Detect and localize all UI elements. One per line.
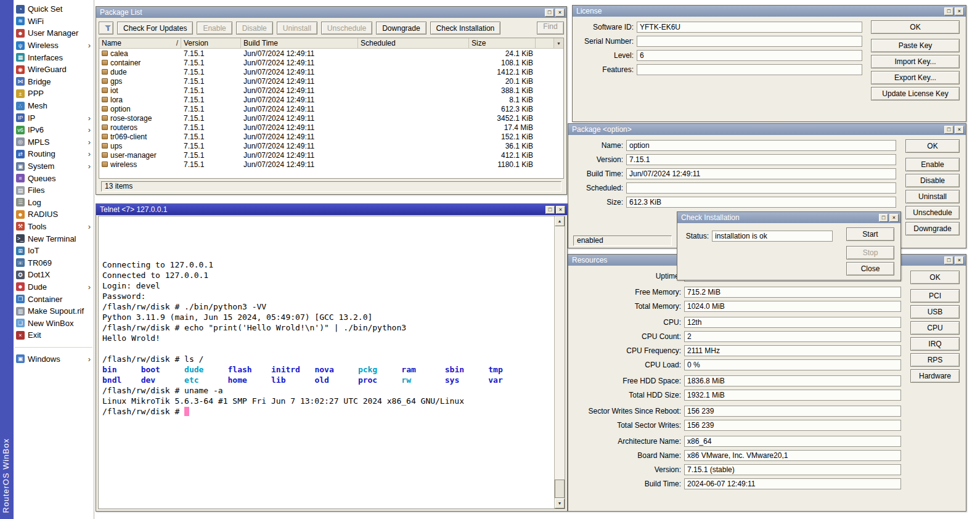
sidebar-item-log[interactable]: ☰Log [14,197,94,209]
enable-button[interactable]: Enable [905,158,960,171]
ok-button[interactable]: OK [905,139,960,153]
license-field-level[interactable]: 6 [637,50,862,61]
package-row[interactable]: dude7.15.1Jun/07/2024 12:49:111412.1 KiB [99,67,563,76]
sidebar-item-wireguard[interactable]: ◉WireGuard [14,63,94,76]
license-field-software-id[interactable]: YFTK-EK6U [637,22,862,33]
sidebar-item-system[interactable]: ▣System› [14,160,94,173]
sidebar-item-new-terminal[interactable]: >_New Terminal [14,232,94,245]
downgrade-button[interactable]: Downgrade [376,22,426,35]
sidebar-item-new-winbox[interactable]: ❏New WinBox [14,317,94,329]
maximize-icon[interactable]: □ [545,9,554,17]
sidebar-item-make-supout-rif[interactable]: ▥Make Supout.rif [14,305,94,317]
sidebar-item-routing[interactable]: ⇄Routing› [14,148,94,160]
column-header-version[interactable]: Version [181,38,241,49]
close-icon[interactable]: × [955,7,964,15]
close-icon[interactable]: × [955,126,964,134]
column-select-button[interactable]: ▼ [553,38,563,49]
license-titlebar[interactable]: License □ × [573,6,966,17]
package-row[interactable]: iot7.15.1Jun/07/2024 12:49:11388.1 KiB [99,86,563,95]
resources-field-version[interactable]: 7.15.1 (stable) [684,464,901,475]
package-row[interactable]: routeros7.15.1Jun/07/2024 12:49:1117.4 M… [99,123,563,132]
maximize-icon[interactable]: □ [944,256,953,264]
paste-key-button[interactable]: Paste Key [871,39,960,52]
package-row[interactable]: gps7.15.1Jun/07/2024 12:49:1120.1 KiB [99,76,563,86]
sidebar-item-mesh[interactable]: ∴Mesh [14,100,94,112]
sidebar-item-iot[interactable]: ⊞IoT [14,245,94,257]
sidebar-item-container[interactable]: ❒Container [14,293,94,305]
close-icon[interactable]: × [555,9,565,17]
package-row[interactable]: option7.15.1Jun/07/2024 12:49:11612.3 Ki… [99,104,563,113]
package-option-field-size[interactable]: 612.3 KiB [626,197,896,208]
column-header-scheduled[interactable]: Scheduled [358,38,469,49]
filter-button[interactable] [99,22,113,35]
maximize-icon[interactable]: □ [545,206,555,214]
resources-field-free-memory[interactable]: 715.2 MiB [684,287,901,298]
resources-field-total-sector-writes[interactable]: 156 239 [684,420,901,431]
export-key-button[interactable]: Export Key... [871,71,960,84]
sidebar-item-mpls[interactable]: ◎MPLS› [14,136,94,149]
uninstall-button[interactable]: Uninstall [905,190,960,203]
check-installation-button[interactable]: Check Installation [430,22,501,35]
resources-field-total-memory[interactable]: 1024.0 MiB [684,301,901,312]
unschedule-button[interactable]: Unschedule [905,206,960,219]
package-row[interactable]: user-manager7.15.1Jun/07/2024 12:49:1141… [99,150,563,160]
scroll-up-icon[interactable]: ▲ [555,216,565,226]
resources-field-cpu-load[interactable]: 0 % [684,359,901,370]
package-list-titlebar[interactable]: Package List □ × [96,7,566,18]
license-field-features[interactable] [637,64,862,75]
sidebar-item-dude[interactable]: ☻Dude› [14,281,94,293]
sidebar-item-radius[interactable]: ☻RADIUS [14,208,94,221]
cpu-button[interactable]: CPU [910,321,960,335]
check-installation-field-status[interactable]: installation is ok [712,231,833,242]
package-option-field-scheduled[interactable] [626,182,896,194]
sidebar-item-tools[interactable]: ⚒Tools› [14,221,94,233]
package-row[interactable]: calea7.15.1Jun/07/2024 12:49:1124.1 KiB [99,49,563,58]
sidebar-item-exit[interactable]: ×Exit [14,329,94,341]
resources-field-cpu[interactable]: 12th [684,317,901,328]
resources-field-build-time[interactable]: 2024-06-07 12:49:11 [684,478,901,489]
close-icon[interactable]: × [889,214,899,222]
resources-field-architecture-name[interactable]: x86_64 [684,436,901,447]
sidebar-item-interfaces[interactable]: ▦Interfaces [14,51,94,63]
resources-field-free-hdd-space[interactable]: 1836.8 MiB [684,375,901,386]
resources-field-board-name[interactable]: x86 VMware, Inc. VMware20,1 [684,450,901,461]
irq-button[interactable]: IRQ [910,337,960,351]
package-row[interactable]: container7.15.1Jun/07/2024 12:49:11108.1… [99,58,563,67]
sidebar-item-windows[interactable]: ▣Windows› [14,353,94,366]
package-option-field-build-time[interactable]: Jun/07/2024 12:49:11 [626,168,896,179]
hardware-button[interactable]: Hardware [910,369,960,383]
sidebar-item-dot1x[interactable]: ✪Dot1X [14,269,94,281]
sidebar-item-wifi[interactable]: ≋WiFi [14,15,94,28]
sidebar-item-user-manager[interactable]: ☻User Manager [14,27,94,39]
update-license-key-button[interactable]: Update License Key [871,87,960,100]
find-button[interactable]: Find [537,22,564,35]
start-button[interactable]: Start [846,227,894,241]
ok-button[interactable]: OK [910,271,960,284]
package-row[interactable]: rose-storage7.15.1Jun/07/2024 12:49:1134… [99,113,563,123]
check-for-updates-button[interactable]: Check For Updates [117,22,193,35]
check-installation-titlebar[interactable]: Check Installation □ × [677,212,900,223]
resources-field-total-hdd-size[interactable]: 1932.1 MiB [684,390,901,401]
import-key-button[interactable]: Import Key... [871,55,960,68]
package-row[interactable]: lora7.15.1Jun/07/2024 12:49:118.1 KiB [99,95,563,104]
close-icon[interactable]: × [955,256,964,264]
resources-field-cpu-count[interactable]: 2 [684,331,901,342]
package-row[interactable]: ups7.15.1Jun/07/2024 12:49:1136.1 KiB [99,141,563,150]
downgrade-button[interactable]: Downgrade [905,222,960,235]
package-option-titlebar[interactable]: Package <option> □ × [568,124,966,135]
maximize-icon[interactable]: □ [944,126,953,134]
sidebar-item-ip[interactable]: IPIP› [14,112,94,124]
sidebar-item-quick-set[interactable]: ◔Quick Set [14,3,94,15]
package-row[interactable]: tr069-client7.15.1Jun/07/2024 12:49:1115… [99,132,563,141]
package-option-field-name[interactable]: option [626,140,896,151]
terminal-scrollbar[interactable]: ▲ ▼ [554,216,565,509]
pci-button[interactable]: PCI [910,289,960,303]
usb-button[interactable]: USB [910,305,960,319]
close-button[interactable]: Close [846,262,894,276]
rps-button[interactable]: RPS [910,353,960,367]
telnet-titlebar[interactable]: Telnet <7> 127.0.0.1 □ × [96,204,567,215]
close-icon[interactable]: × [556,206,565,214]
sidebar-item-ppp[interactable]: ±PPP [14,88,94,100]
column-header-build-time[interactable]: Build Time [241,38,358,49]
sidebar-item-tr069[interactable]: ☏TR069 [14,256,94,269]
